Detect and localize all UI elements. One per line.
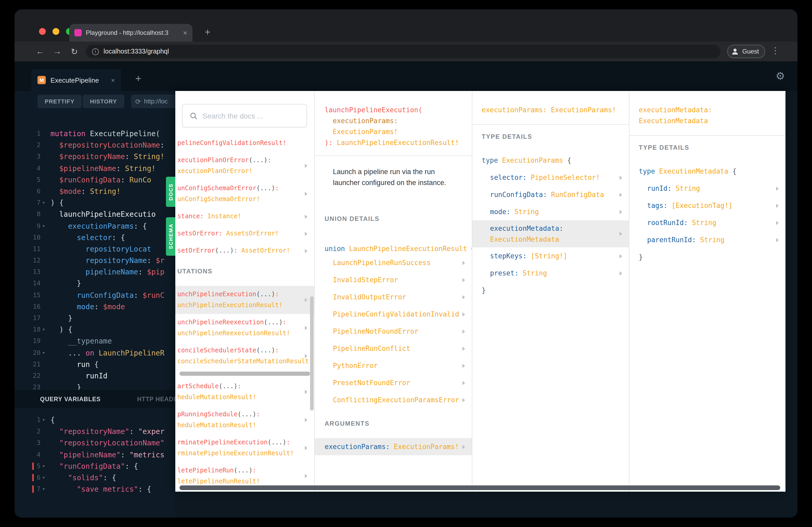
code-token: unchPipelineExecutionResult! — [177, 301, 283, 309]
session-tab[interactable]: M ExecutePipeline × — [31, 69, 121, 91]
browser-tab[interactable]: Playground - http://localhost:3 × — [69, 24, 192, 42]
close-window-button[interactable] — [39, 28, 46, 35]
field-signature: launchPipelineExecution( executionParams… — [315, 91, 472, 156]
docs-vertical-scrollbar[interactable] — [310, 296, 314, 410]
docs-search-box[interactable] — [182, 104, 307, 127]
fold-caret-icon[interactable]: ▾ — [41, 197, 47, 208]
fold-caret-icon[interactable]: ▾ — [41, 220, 47, 231]
signature-line: ExecutionParams! — [324, 126, 463, 137]
docs-horizontal-scrollbar[interactable] — [179, 485, 780, 490]
doc-list-item[interactable]: stance: Instance! — [175, 208, 314, 225]
tab-schema[interactable]: SCHEMA — [166, 217, 175, 256]
code-token: union — [324, 245, 349, 253]
union-member-item[interactable]: PipelineConfigValidationInvalid — [315, 305, 472, 323]
code-token: $repositoryLocationName — [50, 141, 160, 149]
query-editor-pane[interactable]: PRETTIFY HISTORY ⟳ http://loc 1mutation … — [15, 91, 175, 518]
doc-list-item[interactable]: unchPipelineReexecution(...):unchPipelin… — [175, 314, 314, 342]
type-field-item[interactable]: rootRunId: String — [629, 214, 785, 231]
doc-list-item[interactable]: concileSchedulerState(...):concileSchedu… — [175, 342, 314, 370]
new-session-button[interactable]: + — [135, 73, 141, 85]
fold-caret-icon[interactable]: ▾ — [41, 483, 47, 495]
code-token: "solids" — [50, 473, 103, 482]
forward-button[interactable]: → — [50, 42, 64, 61]
fold-caret-icon[interactable]: ▾ — [41, 324, 47, 335]
code-token: __typename — [50, 337, 112, 345]
back-button[interactable]: ← — [33, 42, 47, 61]
union-member-item[interactable]: PipelineRunConflict — [315, 340, 472, 357]
tab-docs[interactable]: DOCS — [166, 177, 175, 207]
union-member-item[interactable]: ConflictingExecutionParamsError — [315, 391, 472, 408]
union-member-item[interactable]: PipelineNotFoundError — [315, 323, 472, 340]
refresh-schema-icon[interactable]: ⟳ — [135, 97, 141, 105]
type-decl: type ExecutionMetadata { — [639, 166, 785, 177]
code-token: : — [275, 184, 279, 192]
endpoint-input[interactable]: ⟳ http://loc — [131, 94, 175, 108]
code-token: String — [688, 219, 716, 227]
doc-list-item[interactable]: setOrError(...): AssetOrError! — [175, 242, 314, 259]
fold-caret-icon[interactable]: ▾ — [41, 472, 47, 483]
type-field-item[interactable]: executionMetadata:ExecutionMetadata — [472, 220, 629, 247]
fold-gutter — [41, 231, 47, 243]
browser-menu-button[interactable]: ⋮ — [771, 45, 780, 56]
union-member-item[interactable]: LaunchPipelineRunSuccess — [315, 254, 472, 271]
code-token: String! — [90, 187, 121, 195]
type-field-item[interactable]: runId: String — [629, 180, 785, 197]
prettify-button[interactable]: PRETTIFY — [38, 94, 82, 108]
line-number: 13 — [15, 266, 41, 278]
fold-caret-icon[interactable]: ▾ — [41, 461, 47, 472]
code-line: 1mutation ExecutePipeline( — [15, 128, 175, 139]
union-member-item[interactable]: InvalidOutputError — [315, 288, 472, 305]
union-member-item[interactable]: InvalidStepError — [315, 271, 472, 288]
fold-caret-icon[interactable]: ▾ — [41, 414, 47, 426]
fold-gutter — [41, 381, 47, 390]
field-text: preset: String — [490, 268, 547, 278]
minimize-window-button[interactable] — [53, 28, 59, 35]
code-token: "metrics — [129, 450, 164, 459]
settings-gear-icon[interactable]: ⚙ — [775, 70, 785, 82]
fold-caret-icon[interactable]: ▾ — [41, 347, 47, 358]
doc-list-item[interactable]: pelineConfigValidationResult! — [175, 135, 314, 152]
column-horizontal-scrollbar[interactable] — [179, 372, 310, 376]
type-field-item[interactable]: mode: String — [472, 203, 629, 220]
type-field-item[interactable]: runConfigData: RunConfigData — [472, 186, 629, 203]
close-session-icon[interactable]: × — [111, 76, 115, 84]
code-token: RunCo — [129, 176, 151, 184]
line-number: 23 — [15, 381, 41, 390]
reload-button[interactable]: ↻ — [68, 42, 81, 61]
docs-column-executionparams: executionParams: ExecutionParams! TYPE D… — [472, 91, 629, 492]
history-button[interactable]: HISTORY — [83, 94, 124, 108]
fold-gutter — [41, 449, 47, 460]
doc-list-item[interactable]: pRunningSchedule(...):heduleMutationResu… — [175, 406, 314, 434]
site-info-icon[interactable]: i — [92, 48, 99, 55]
doc-list-item[interactable]: unConfigSchemaOrError(...):unConfigSchem… — [175, 180, 314, 208]
close-tab-icon[interactable]: × — [183, 29, 187, 36]
type-field-item[interactable]: stepKeys: [String!] — [472, 247, 629, 265]
address-bar[interactable]: i localhost:3333/graphql — [86, 45, 721, 58]
doc-list-item[interactable]: artSchedule(...):heduleMutationResult! — [175, 378, 314, 406]
doc-list-item[interactable]: xecutionPlanOrError(...):xecutionPlanOrE… — [175, 152, 314, 180]
code-token: mode: — [490, 208, 510, 216]
type-field-item[interactable]: preset: String — [472, 265, 629, 282]
type-field-item[interactable]: tags: [ExecutionTag!] — [629, 197, 785, 214]
tab-query-variables[interactable]: QUERY VARIABLES — [40, 396, 101, 402]
type-field-item[interactable]: parentRunId: String — [629, 231, 785, 249]
profile-button[interactable]: Guest — [727, 45, 765, 58]
signature-line: pRunningSchedule(...): — [177, 409, 304, 420]
query-variables-lines[interactable]: 1▾{2 "repositoryName": "exper3 "reposito… — [15, 408, 175, 518]
union-member-item[interactable]: PresetNotFoundError — [315, 374, 472, 391]
doc-list-item[interactable]: rminatePipelineExecution(...):rminatePip… — [175, 434, 314, 462]
code-text: } — [50, 312, 72, 324]
doc-list-item[interactable]: setsOrError: AssetsOrError! — [175, 225, 314, 242]
type-field-item[interactable]: selector: PipelineSelector! — [472, 169, 629, 186]
code-text: ) { — [50, 197, 64, 208]
argument-row[interactable]: executionParams: ExecutionParams! — [315, 438, 472, 455]
new-tab-button[interactable]: + — [201, 26, 214, 39]
code-text: $mode: String! — [50, 185, 121, 197]
union-member-item[interactable]: PythonError — [315, 357, 472, 374]
docs-search-input[interactable] — [202, 111, 299, 120]
tab-http-headers[interactable]: HTTP HEADERS — [137, 396, 175, 402]
doc-list-item[interactable]: unchPipelineExecution(...):unchPipelineE… — [175, 286, 314, 314]
code-token: runConfigData: — [490, 191, 547, 198]
signature-line: launchPipelineExecution( — [324, 104, 463, 115]
query-editor-lines[interactable]: 1mutation ExecutePipeline(2 $repositoryL… — [15, 120, 175, 390]
